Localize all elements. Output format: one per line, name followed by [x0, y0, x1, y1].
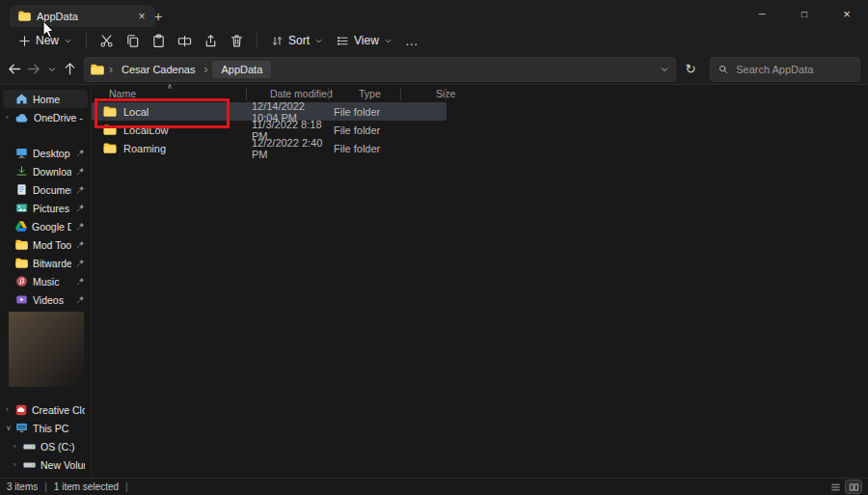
pin-icon [76, 149, 85, 157]
rename-button[interactable] [172, 29, 198, 52]
sidebar-item-pictures[interactable]: Pictures [3, 199, 88, 217]
sidebar-item-google-drive[interactable]: Google Drive [3, 217, 88, 235]
search-input[interactable] [734, 63, 852, 76]
column-header-date-modified[interactable]: Date modified [263, 88, 352, 99]
pin-icon [76, 222, 85, 231]
sidebar-item-mod-tools[interactable]: Mod Tools [3, 235, 88, 254]
drive-icon [23, 460, 36, 470]
arrow-right-icon [26, 62, 41, 76]
sidebar-item-documents[interactable]: Documents [3, 180, 88, 199]
toolbar-separator [257, 33, 258, 48]
expand-chevron-icon[interactable]: › [14, 460, 16, 469]
details-view-toggle[interactable] [827, 481, 843, 493]
sidebar-item-music[interactable]: Music [3, 272, 88, 290]
file-name: LocalLow [123, 124, 168, 136]
forward-button[interactable] [24, 58, 42, 81]
more-options-button[interactable]: … [399, 29, 425, 52]
sidebar-item-label: Google Drive [32, 221, 71, 233]
explorer-tab[interactable]: AppData × [10, 5, 155, 27]
folder-icon [18, 11, 31, 21]
pin-icon [76, 240, 85, 249]
column-divider[interactable] [446, 88, 447, 100]
pin-icon [76, 204, 85, 212]
expand-chevron-icon[interactable]: › [6, 405, 9, 414]
folder-icon [91, 64, 104, 75]
sort-button[interactable]: Sort [264, 30, 330, 51]
share-button[interactable] [198, 29, 224, 52]
drive-icon [23, 442, 36, 452]
paste-icon [151, 34, 166, 48]
date-modified-cell: 12/2/2022 2:40 PM [245, 137, 327, 160]
breadcrumb-item-user[interactable]: Cesar Cadenas [118, 62, 199, 77]
chevron-down-icon [64, 37, 72, 45]
address-dropdown-icon[interactable] [660, 65, 669, 74]
column-header-size[interactable]: Size [431, 88, 481, 99]
titlebar: AppData × + ─ □ × [0, 0, 868, 27]
sidebar-item-bitwarden[interactable]: Bitwarden ex [3, 254, 88, 272]
name-cell: Local [92, 106, 245, 118]
up-button[interactable] [61, 58, 79, 81]
column-divider[interactable] [328, 88, 329, 100]
recent-locations-button[interactable] [42, 58, 61, 81]
refresh-button[interactable]: ↻ [679, 58, 702, 81]
back-button[interactable] [6, 58, 24, 81]
minimize-button[interactable]: ─ [741, 0, 783, 27]
sidebar-gap [0, 387, 91, 400]
pin-icon [76, 259, 85, 267]
sidebar-item-downloads[interactable]: Downloads [3, 162, 88, 180]
search-box [710, 57, 860, 82]
sidebar-item-desktop[interactable]: Desktop [3, 144, 88, 162]
breadcrumb[interactable]: › Cesar Cadenas › AppData [84, 57, 676, 82]
pictures-icon [15, 202, 28, 214]
toolbar-separator [86, 33, 87, 48]
sidebar-item-label: Desktop [33, 148, 71, 159]
sidebar-item-creative-cloud[interactable]: › Creative Cloud F [3, 400, 88, 419]
close-button[interactable]: × [826, 0, 868, 27]
view-button-label: View [354, 34, 379, 47]
sidebar-item-new-volume[interactable]: › New Volume ( [3, 455, 88, 474]
view-button[interactable]: View [330, 30, 399, 51]
cut-button[interactable] [94, 29, 120, 52]
address-bar: › Cesar Cadenas › AppData ↻ [0, 54, 868, 84]
navigation-pane: Home › OneDrive - Pers Desktop Downloads… [0, 85, 91, 479]
music-icon [15, 275, 28, 288]
chevron-down-icon [314, 37, 323, 45]
this-pc-icon [15, 422, 28, 434]
sidebar-item-home[interactable]: Home [3, 90, 88, 108]
expand-chevron-icon[interactable]: › [6, 113, 9, 122]
share-icon [203, 34, 218, 48]
copy-button[interactable] [120, 29, 146, 52]
sidebar-item-label: Videos [33, 294, 71, 306]
sort-ascending-icon: ∧ [167, 82, 173, 91]
delete-button[interactable] [224, 29, 250, 52]
desktop-icon [15, 147, 28, 159]
sidebar-item-onedrive[interactable]: › OneDrive - Pers [3, 108, 88, 126]
new-button[interactable]: New [12, 30, 79, 51]
pin-icon [76, 185, 85, 194]
sidebar-item-videos[interactable]: Videos [3, 290, 88, 309]
collapse-chevron-icon[interactable]: ∨ [6, 424, 12, 432]
sidebar-item-this-pc[interactable]: ∨ This PC [3, 419, 88, 437]
selection-count: 1 item selected [54, 481, 119, 492]
file-row-roaming[interactable]: Roaming 12/2/2022 2:40 PM File folder [92, 139, 447, 157]
column-header-name[interactable]: Name [92, 88, 263, 99]
thumbnail-view-toggle[interactable] [846, 481, 861, 493]
tab-close-icon[interactable]: × [134, 9, 149, 24]
sidebar-item-label: Downloads [33, 166, 71, 178]
breadcrumb-item-current[interactable]: AppData [212, 61, 271, 78]
new-tab-button[interactable]: + [149, 7, 168, 25]
maximize-button[interactable]: □ [783, 0, 826, 27]
sidebar-item-os-c[interactable]: › OS (C:) [3, 437, 88, 455]
paste-button[interactable] [146, 29, 172, 52]
column-header-type[interactable]: Type [352, 88, 431, 99]
arrow-left-icon [8, 62, 22, 76]
file-explorer-window: AppData × + ─ □ × New [0, 0, 868, 495]
column-divider[interactable] [246, 88, 247, 100]
google-drive-icon [15, 221, 27, 232]
expand-chevron-icon[interactable]: › [14, 442, 16, 451]
column-divider[interactable] [400, 88, 401, 100]
sidebar-item-label: Bitwarden ex [33, 258, 71, 269]
new-button-label: New [36, 34, 59, 47]
sort-button-label: Sort [288, 34, 310, 47]
window-chrome: AppData × + ─ □ × New [0, 0, 868, 85]
